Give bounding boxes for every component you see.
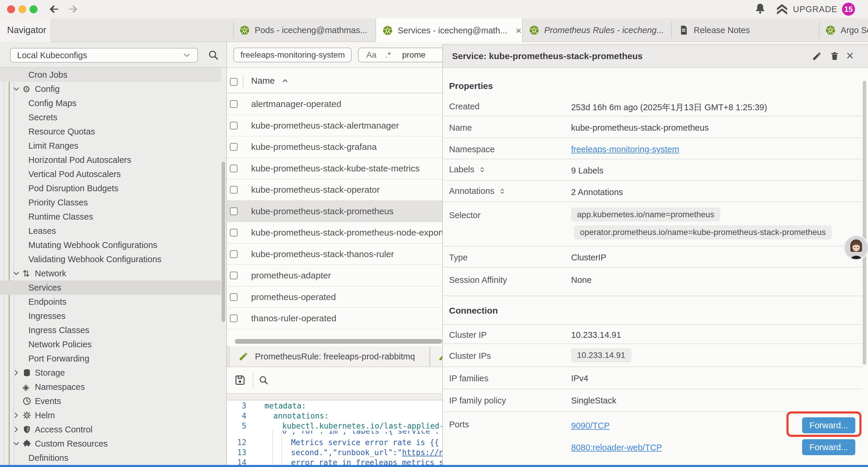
kubeconfig-selector[interactable]: Local Kubeconfigs bbox=[10, 48, 198, 63]
tree-chevron-icon[interactable] bbox=[12, 114, 20, 121]
table-row[interactable]: kube-prometheus-stack-grafana bbox=[227, 136, 442, 158]
sort-ascending-icon[interactable] bbox=[281, 77, 289, 85]
table-row[interactable]: kube-prometheus-stack-alertmanager bbox=[227, 115, 442, 137]
tree-chevron-icon[interactable] bbox=[12, 199, 20, 206]
sidebar-item[interactable]: Validating Webhook Configurations bbox=[0, 252, 221, 266]
port-link-9090[interactable]: 9090/TCP bbox=[571, 421, 610, 430]
tree-chevron-icon[interactable] bbox=[12, 440, 20, 447]
tree-chevron-icon[interactable] bbox=[12, 312, 20, 320]
editor-tab-prometheusrule[interactable]: PrometheusRule: freeleaps-prod-rabbitmq bbox=[229, 346, 430, 367]
tree-chevron-icon[interactable] bbox=[12, 397, 20, 405]
match-case-toggle[interactable]: Aa bbox=[366, 50, 376, 60]
tree-chevron-icon[interactable] bbox=[12, 128, 20, 135]
tree-chevron-icon[interactable] bbox=[12, 227, 20, 235]
table-row[interactable]: kube-prometheus-stack-operator bbox=[227, 179, 442, 201]
table-row[interactable]: prometheus-adapter bbox=[227, 265, 442, 286]
sidebar-item[interactable]: Pod Disruption Budgets bbox=[0, 181, 221, 195]
minimize-window-button[interactable] bbox=[18, 5, 26, 13]
row-checkbox[interactable] bbox=[230, 100, 238, 108]
detail-scrollbar[interactable] bbox=[863, 81, 866, 365]
sidebar-item[interactable]: Secrets bbox=[0, 110, 221, 124]
sidebar-item[interactable]: Access Control bbox=[0, 422, 221, 437]
tab-pods[interactable]: Pods - icecheng@mathmas... bbox=[234, 18, 375, 42]
tree-chevron-icon[interactable] bbox=[12, 284, 20, 291]
row-checkbox[interactable] bbox=[230, 207, 238, 215]
sidebar-item[interactable]: ⚙ Config bbox=[0, 82, 221, 96]
editor-search-icon[interactable] bbox=[258, 375, 269, 385]
row-checkbox[interactable] bbox=[230, 293, 238, 301]
sidebar-item[interactable]: ◈ Namespaces bbox=[0, 380, 221, 394]
namespace-link[interactable]: freeleaps-monitoring-system bbox=[571, 145, 679, 154]
select-all-checkbox[interactable] bbox=[230, 78, 238, 86]
row-checkbox[interactable] bbox=[230, 186, 238, 194]
sidebar-item[interactable]: Endpoints bbox=[0, 295, 221, 309]
tree-chevron-icon[interactable] bbox=[12, 241, 20, 249]
tree-chevron-icon[interactable] bbox=[12, 369, 20, 377]
tree-chevron-icon[interactable] bbox=[12, 269, 20, 277]
navigator-panel-tab[interactable]: Navigator bbox=[0, 18, 50, 42]
tree-chevron-icon[interactable] bbox=[12, 255, 20, 263]
sidebar-item[interactable]: Ingress Classes bbox=[0, 323, 221, 337]
name-column-header[interactable]: Name bbox=[251, 68, 275, 93]
tree-chevron-icon[interactable] bbox=[12, 170, 20, 178]
table-row[interactable]: kube-prometheus-stack-prometheus-node-ex… bbox=[227, 222, 442, 243]
upgrade-button[interactable]: UPGRADE bbox=[793, 0, 837, 18]
notifications-bell-icon[interactable] bbox=[754, 2, 767, 16]
tree-chevron-icon[interactable] bbox=[12, 326, 20, 334]
tree-chevron-icon[interactable] bbox=[12, 341, 20, 348]
back-icon[interactable] bbox=[48, 3, 60, 16]
forward-button-8080[interactable]: Forward... bbox=[802, 439, 855, 455]
upgrade-icon[interactable] bbox=[775, 2, 789, 16]
table-row[interactable]: kube-prometheus-stack-thanos-ruler bbox=[227, 243, 442, 265]
sidebar-item[interactable]: Config Maps bbox=[0, 96, 221, 110]
tab-prometheus-rules[interactable]: Prometheus Rules - icecheng... bbox=[523, 18, 672, 42]
sidebar-item[interactable]: ⇅ Network bbox=[0, 266, 221, 281]
sidebar-item[interactable]: Storage bbox=[0, 366, 221, 380]
edit-pencil-icon[interactable] bbox=[812, 51, 822, 61]
sidebar-item[interactable]: Custom Resources bbox=[0, 437, 221, 451]
row-checkbox[interactable] bbox=[230, 165, 238, 172]
sidebar-item[interactable]: Events bbox=[0, 394, 221, 408]
row-checkbox[interactable] bbox=[230, 122, 238, 129]
delete-trash-icon[interactable] bbox=[830, 51, 840, 61]
close-tab-icon[interactable]: × bbox=[516, 25, 522, 36]
table-row[interactable]: kube-prometheus-stack-prometheus bbox=[227, 201, 442, 222]
port-link-8080[interactable]: 8080:reloader-web/TCP bbox=[571, 443, 662, 452]
tree-chevron-icon[interactable] bbox=[12, 454, 20, 462]
table-row[interactable]: kube-prometheus-stack-kube-state-metrics bbox=[227, 158, 442, 179]
tree-chevron-icon[interactable] bbox=[12, 99, 20, 107]
sidebar-item[interactable]: Ingresses bbox=[0, 309, 221, 323]
tab-services[interactable]: Services - icecheng@math... × bbox=[375, 18, 523, 42]
sidebar-scrollbar[interactable] bbox=[222, 162, 225, 322]
sidebar-item[interactable]: Helm bbox=[0, 408, 221, 422]
sidebar-item[interactable]: Horizontal Pod Autoscalers bbox=[0, 153, 221, 167]
tree-chevron-icon[interactable] bbox=[12, 85, 20, 93]
tree-chevron-icon[interactable] bbox=[12, 355, 20, 362]
yaml-editor[interactable]: 3 metadata: 4 annotations: 5 kubectl.kub… bbox=[227, 401, 442, 465]
tree-chevron-icon[interactable] bbox=[12, 184, 20, 192]
tree-chevron-icon[interactable] bbox=[12, 383, 20, 391]
tree-chevron-icon[interactable] bbox=[12, 298, 20, 305]
sidebar-item[interactable]: Definitions bbox=[0, 451, 221, 465]
sidebar-item[interactable]: Mutating Webhook Configurations bbox=[0, 238, 221, 252]
sidebar-search-icon[interactable] bbox=[208, 49, 219, 61]
sidebar-item[interactable]: Cron Jobs bbox=[0, 68, 221, 82]
table-row[interactable]: prometheus-operated bbox=[227, 286, 442, 308]
forward-icon[interactable] bbox=[67, 3, 79, 16]
sidebar-item[interactable]: Resource Quotas bbox=[0, 124, 221, 139]
row-checkbox[interactable] bbox=[230, 229, 238, 236]
tree-chevron-icon[interactable] bbox=[12, 71, 20, 79]
sort-toggle-icon[interactable] bbox=[498, 187, 506, 195]
sidebar-item[interactable]: Port Forwarding bbox=[0, 351, 221, 366]
sidebar-item[interactable]: Leases bbox=[0, 224, 221, 238]
sidebar-item[interactable]: Priority Classes bbox=[0, 195, 221, 209]
sidebar-item[interactable]: Services bbox=[0, 281, 221, 295]
sidebar-item[interactable]: Runtime Classes bbox=[0, 209, 221, 224]
tab-argo[interactable]: Argo Se bbox=[819, 18, 868, 42]
tree-chevron-icon[interactable] bbox=[12, 426, 20, 433]
tree-chevron-icon[interactable] bbox=[12, 142, 20, 150]
horizontal-scrollbar[interactable] bbox=[235, 339, 442, 344]
namespace-filter-dropdown[interactable]: freeleaps-monitoring-system bbox=[234, 48, 351, 62]
table-row[interactable]: alertmanager-operated bbox=[227, 93, 442, 115]
row-checkbox[interactable] bbox=[230, 315, 238, 322]
